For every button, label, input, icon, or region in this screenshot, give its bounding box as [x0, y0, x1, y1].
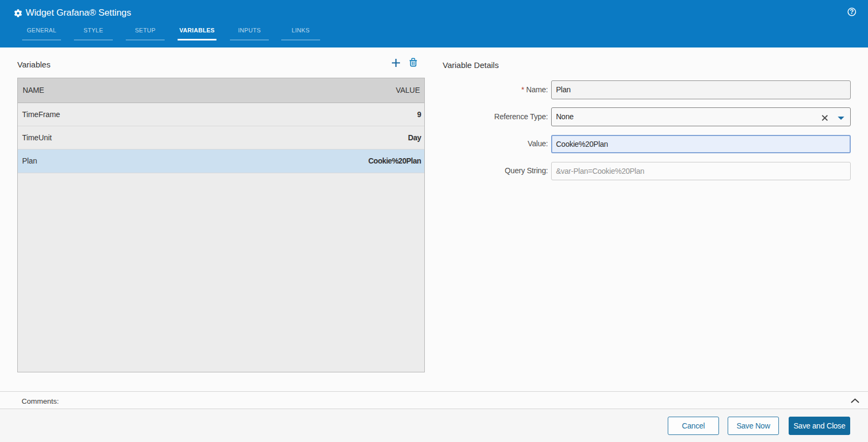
- svg-text:?: ?: [850, 8, 853, 16]
